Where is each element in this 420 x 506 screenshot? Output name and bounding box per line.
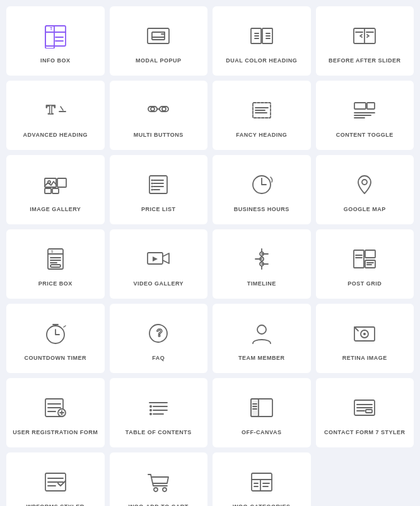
business-hours-icon — [247, 170, 277, 200]
widget-card-video-gallery[interactable]: VIDEO GALLERY — [110, 229, 208, 299]
content-toggle-icon — [349, 95, 380, 125]
widget-card-label-wpforms-styler: WPFORMS STYLER — [26, 503, 85, 506]
svg-rect-41 — [45, 188, 51, 193]
widget-card-modal-popup[interactable]: MODAL POPUP — [110, 6, 208, 76]
widget-card-dual-color-heading[interactable]: DUAL COLOR HEADING — [213, 6, 311, 76]
widget-card-countdown-timer[interactable]: COUNTDOWN TIMER — [6, 304, 105, 373]
widget-card-label-price-box: PRICE BOX — [38, 280, 73, 287]
widget-card-label-google-map: GOOGLE MAP — [344, 206, 386, 212]
video-gallery-icon — [143, 244, 173, 274]
svg-text:T: T — [46, 101, 55, 117]
svg-rect-111 — [366, 410, 372, 413]
table-of-contents-icon — [143, 393, 173, 423]
widget-card-wpforms-styler[interactable]: WPFORMS STYLER — [6, 452, 105, 506]
widget-grid: T INFO BOX MODAL POPUP DUAL COLOR HEADIN… — [6, 6, 414, 506]
timeline-icon — [247, 244, 277, 274]
widget-card-label-faq: FAQ — [152, 355, 165, 361]
widget-card-woo-categories[interactable]: WOO-CATEGORIES — [213, 452, 311, 506]
woo-categories-icon — [247, 467, 277, 497]
post-grid-icon — [349, 244, 380, 274]
widget-card-label-price-list: PRICE LIST — [141, 206, 176, 212]
team-member-icon — [247, 318, 277, 348]
svg-rect-71 — [354, 250, 364, 268]
widget-card-label-post-grid: POST GRID — [347, 280, 382, 287]
widget-card-label-off-canvas: OFF-CANVAS — [242, 429, 281, 435]
off-canvas-icon — [247, 393, 277, 423]
widget-card-content-toggle[interactable]: CONTENT TOGGLE — [316, 81, 414, 150]
widget-card-before-after-slider[interactable]: BEFORE AFTER SLIDER — [316, 6, 414, 76]
widget-card-off-canvas[interactable]: OFF-CANVAS — [213, 378, 311, 447]
widget-card-label-woo-add-to-cart: WOO-ADD TO CART — [129, 503, 189, 506]
widget-card-price-list[interactable]: PRICE LIST — [110, 155, 208, 224]
advanced-heading-icon: T — [40, 95, 71, 125]
widget-card-info-box[interactable]: T INFO BOX — [6, 6, 105, 76]
widget-card-label-advanced-heading: ADVANCED HEADING — [23, 132, 88, 138]
widget-card-advanced-heading[interactable]: T ADVANCED HEADING — [6, 81, 105, 150]
svg-point-116 — [154, 488, 158, 492]
widget-card-label-info-box: INFO BOX — [40, 57, 71, 64]
widget-card-label-dual-color-heading: DUAL COLOR HEADING — [226, 57, 297, 64]
widget-card-team-member[interactable]: TEAM MEMBER — [213, 304, 311, 373]
svg-point-83 — [257, 325, 266, 334]
svg-rect-118 — [252, 473, 272, 491]
widget-card-retina-image[interactable]: RETINA IMAGE — [316, 304, 414, 373]
fancy-heading-icon — [247, 95, 277, 125]
svg-rect-61 — [50, 265, 61, 267]
svg-marker-63 — [153, 256, 158, 262]
wpforms-styler-icon — [40, 467, 71, 497]
svg-rect-7 — [152, 32, 165, 40]
widget-card-post-grid[interactable]: POST GRID — [316, 229, 414, 299]
svg-point-86 — [363, 333, 366, 335]
svg-rect-44 — [149, 176, 167, 193]
svg-point-100 — [149, 413, 152, 415]
svg-rect-35 — [367, 103, 375, 109]
widget-card-label-content-toggle: CONTENT TOGGLE — [336, 132, 394, 138]
retina-image-icon — [349, 318, 380, 348]
price-list-icon — [143, 170, 173, 200]
widget-card-label-multi-buttons: MULTI BUTTONS — [134, 132, 184, 138]
widget-card-label-user-registration-form: USER REGISTRATION FORM — [13, 429, 98, 435]
widget-card-fancy-heading[interactable]: FANCY HEADING — [213, 81, 311, 150]
widget-card-contact-form-7-styler[interactable]: CONTACT FORM 7 STYLER — [316, 378, 414, 447]
widget-card-google-map[interactable]: GOOGLE MAP — [316, 155, 414, 224]
widget-card-table-of-contents[interactable]: TABLE OF CONTENTS — [110, 378, 208, 447]
widget-card-label-business-hours: BUSINESS HOURS — [234, 206, 289, 212]
widget-card-timeline[interactable]: TIMELINE — [213, 229, 311, 299]
svg-rect-40 — [57, 178, 66, 187]
widget-card-label-modal-popup: MODAL POPUP — [136, 57, 181, 64]
widget-card-label-retina-image: RETINA IMAGE — [342, 355, 387, 361]
svg-point-54 — [362, 180, 367, 185]
svg-rect-103 — [251, 399, 259, 417]
widget-card-business-hours[interactable]: BUSINESS HOURS — [213, 155, 311, 224]
widget-card-label-woo-categories: WOO-CATEGORIES — [233, 503, 290, 506]
multi-buttons-icon — [143, 95, 173, 125]
svg-point-98 — [149, 409, 152, 411]
dual-color-heading-icon — [247, 21, 277, 51]
svg-text:T: T — [50, 26, 53, 31]
user-registration-form-icon — [40, 393, 71, 423]
widget-card-label-video-gallery: VIDEO GALLERY — [133, 280, 184, 287]
svg-point-117 — [163, 488, 166, 492]
modal-popup-icon — [143, 21, 173, 51]
svg-point-28 — [162, 107, 166, 111]
svg-text:$: $ — [51, 250, 54, 253]
svg-point-96 — [149, 405, 152, 408]
widget-card-label-table-of-contents: TABLE OF CONTENTS — [125, 429, 192, 435]
widget-card-user-registration-form[interactable]: USER REGISTRATION FORM — [6, 378, 105, 447]
countdown-timer-icon — [40, 318, 71, 348]
image-gallery-icon — [40, 170, 71, 200]
widget-card-label-fancy-heading: FANCY HEADING — [236, 132, 287, 138]
svg-rect-34 — [354, 103, 366, 109]
widget-card-label-countdown-timer: COUNTDOWN TIMER — [25, 355, 87, 361]
contact-form-7-styler-icon — [349, 393, 380, 423]
widget-card-multi-buttons[interactable]: MULTI BUTTONS — [110, 81, 208, 150]
widget-card-woo-add-to-cart[interactable]: WOO-ADD TO CART — [110, 452, 208, 506]
svg-rect-72 — [365, 250, 375, 258]
widget-card-price-box[interactable]: $ PRICE BOX — [6, 229, 105, 299]
faq-icon: ? — [143, 318, 173, 348]
widget-card-image-gallery[interactable]: IMAGE GALLERY — [6, 155, 105, 224]
svg-point-27 — [151, 107, 155, 111]
info-box-icon: T — [40, 21, 71, 51]
widget-card-label-timeline: TIMELINE — [247, 280, 276, 287]
widget-card-faq[interactable]: ? FAQ — [110, 304, 208, 373]
